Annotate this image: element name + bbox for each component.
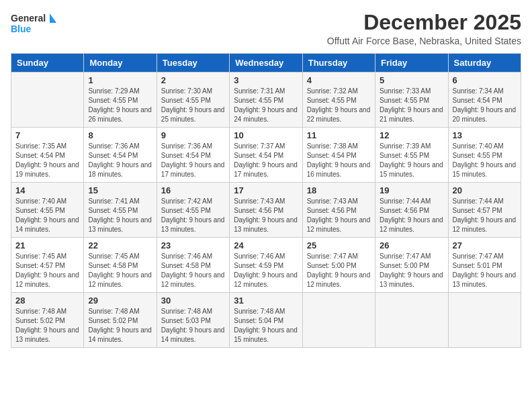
calendar-day-header: Sunday	[11, 54, 84, 73]
cell-info: Sunrise: 7:48 AMSunset: 5:03 PMDaylight:…	[161, 307, 225, 345]
cell-day-number: 30	[161, 295, 225, 306]
calendar-day-header: Thursday	[302, 54, 375, 73]
svg-text:Blue: Blue	[11, 24, 32, 34]
cell-info: Sunrise: 7:32 AMSunset: 4:55 PMDaylight:…	[307, 87, 371, 124]
calendar-week-row: 7 Sunrise: 7:35 AMSunset: 4:54 PMDayligh…	[11, 128, 521, 183]
calendar-cell	[448, 293, 521, 348]
calendar-cell: 5 Sunrise: 7:33 AMSunset: 4:55 PMDayligh…	[375, 73, 448, 128]
calendar-cell: 6 Sunrise: 7:34 AMSunset: 4:54 PMDayligh…	[448, 73, 521, 128]
cell-info: Sunrise: 7:47 AMSunset: 5:01 PMDaylight:…	[453, 252, 517, 289]
month-title: December 2025	[327, 11, 521, 34]
cell-info: Sunrise: 7:45 AMSunset: 4:57 PMDaylight:…	[15, 252, 79, 289]
title-block: December 2025 Offutt Air Force Base, Neb…	[327, 11, 521, 46]
cell-info: Sunrise: 7:38 AMSunset: 4:54 PMDaylight:…	[307, 142, 371, 179]
calendar-cell: 8 Sunrise: 7:36 AMSunset: 4:54 PMDayligh…	[84, 128, 157, 183]
calendar-day-header: Saturday	[448, 54, 521, 73]
page-header: General Blue December 2025 Offutt Air Fo…	[11, 11, 521, 46]
cell-info: Sunrise: 7:40 AMSunset: 4:55 PMDaylight:…	[15, 197, 79, 234]
cell-info: Sunrise: 7:43 AMSunset: 4:56 PMDaylight:…	[307, 197, 371, 234]
cell-day-number: 13	[453, 130, 517, 140]
cell-info: Sunrise: 7:30 AMSunset: 4:55 PMDaylight:…	[161, 87, 225, 124]
cell-info: Sunrise: 7:31 AMSunset: 4:55 PMDaylight:…	[234, 87, 298, 124]
calendar-cell	[375, 293, 448, 348]
cell-day-number: 14	[15, 185, 79, 195]
calendar-cell: 24 Sunrise: 7:46 AMSunset: 4:59 PMDaylig…	[230, 238, 302, 293]
cell-day-number: 26	[380, 240, 443, 250]
calendar-cell: 18 Sunrise: 7:43 AMSunset: 4:56 PMDaylig…	[302, 183, 375, 238]
calendar-week-row: 21 Sunrise: 7:45 AMSunset: 4:57 PMDaylig…	[11, 238, 521, 293]
cell-info: Sunrise: 7:48 AMSunset: 5:02 PMDaylight:…	[15, 307, 79, 345]
cell-day-number: 23	[161, 240, 225, 250]
cell-info: Sunrise: 7:47 AMSunset: 5:00 PMDaylight:…	[307, 252, 371, 289]
cell-info: Sunrise: 7:48 AMSunset: 5:04 PMDaylight:…	[234, 307, 298, 345]
cell-info: Sunrise: 7:42 AMSunset: 4:55 PMDaylight:…	[161, 197, 225, 234]
calendar-cell: 2 Sunrise: 7:30 AMSunset: 4:55 PMDayligh…	[157, 73, 229, 128]
cell-day-number: 11	[307, 130, 371, 140]
cell-info: Sunrise: 7:46 AMSunset: 4:59 PMDaylight:…	[234, 252, 298, 289]
svg-marker-2	[50, 13, 56, 23]
cell-info: Sunrise: 7:44 AMSunset: 4:56 PMDaylight:…	[380, 197, 443, 234]
calendar-cell: 25 Sunrise: 7:47 AMSunset: 5:00 PMDaylig…	[302, 238, 375, 293]
cell-info: Sunrise: 7:40 AMSunset: 4:55 PMDaylight:…	[453, 142, 517, 179]
cell-info: Sunrise: 7:39 AMSunset: 4:55 PMDaylight:…	[380, 142, 443, 179]
cell-day-number: 19	[380, 185, 443, 195]
calendar-cell: 15 Sunrise: 7:41 AMSunset: 4:55 PMDaylig…	[84, 183, 157, 238]
cell-day-number: 9	[161, 130, 225, 140]
cell-day-number: 22	[88, 240, 152, 250]
svg-text:General: General	[11, 13, 46, 24]
cell-info: Sunrise: 7:44 AMSunset: 4:57 PMDaylight:…	[453, 197, 517, 234]
cell-day-number: 21	[15, 240, 79, 250]
cell-info: Sunrise: 7:35 AMSunset: 4:54 PMDaylight:…	[15, 142, 79, 179]
cell-day-number: 29	[88, 295, 152, 306]
subtitle: Offutt Air Force Base, Nebraska, United …	[327, 36, 521, 46]
cell-day-number: 16	[161, 185, 225, 195]
calendar-cell: 28 Sunrise: 7:48 AMSunset: 5:02 PMDaylig…	[11, 293, 84, 348]
calendar-cell: 31 Sunrise: 7:48 AMSunset: 5:04 PMDaylig…	[230, 293, 302, 348]
cell-day-number: 17	[234, 185, 298, 195]
cell-day-number: 28	[15, 295, 79, 306]
cell-day-number: 5	[380, 75, 443, 85]
cell-info: Sunrise: 7:46 AMSunset: 4:58 PMDaylight:…	[161, 252, 225, 289]
cell-day-number: 31	[234, 295, 298, 306]
calendar-cell: 11 Sunrise: 7:38 AMSunset: 4:54 PMDaylig…	[302, 128, 375, 183]
calendar-table: SundayMondayTuesdayWednesdayThursdayFrid…	[11, 53, 521, 348]
calendar-cell	[11, 73, 84, 128]
calendar-day-header: Monday	[84, 54, 157, 73]
cell-day-number: 10	[234, 130, 298, 140]
cell-day-number: 4	[307, 75, 371, 85]
cell-info: Sunrise: 7:36 AMSunset: 4:54 PMDaylight:…	[88, 142, 152, 179]
calendar-cell	[302, 293, 375, 348]
cell-info: Sunrise: 7:41 AMSunset: 4:55 PMDaylight:…	[88, 197, 152, 234]
calendar-cell: 16 Sunrise: 7:42 AMSunset: 4:55 PMDaylig…	[157, 183, 229, 238]
cell-info: Sunrise: 7:43 AMSunset: 4:56 PMDaylight:…	[234, 197, 298, 234]
cell-day-number: 20	[453, 185, 517, 195]
cell-info: Sunrise: 7:36 AMSunset: 4:54 PMDaylight:…	[161, 142, 225, 179]
cell-day-number: 24	[234, 240, 298, 250]
calendar-cell: 26 Sunrise: 7:47 AMSunset: 5:00 PMDaylig…	[375, 238, 448, 293]
cell-day-number: 6	[453, 75, 517, 85]
cell-info: Sunrise: 7:45 AMSunset: 4:58 PMDaylight:…	[88, 252, 152, 289]
cell-info: Sunrise: 7:34 AMSunset: 4:54 PMDaylight:…	[453, 87, 517, 124]
calendar-cell: 7 Sunrise: 7:35 AMSunset: 4:54 PMDayligh…	[11, 128, 84, 183]
cell-day-number: 18	[307, 185, 371, 195]
cell-day-number: 12	[380, 130, 443, 140]
cell-day-number: 25	[307, 240, 371, 250]
calendar-cell: 30 Sunrise: 7:48 AMSunset: 5:03 PMDaylig…	[157, 293, 229, 348]
calendar-cell: 1 Sunrise: 7:29 AMSunset: 4:55 PMDayligh…	[84, 73, 157, 128]
cell-info: Sunrise: 7:47 AMSunset: 5:00 PMDaylight:…	[380, 252, 443, 289]
calendar-cell: 19 Sunrise: 7:44 AMSunset: 4:56 PMDaylig…	[375, 183, 448, 238]
calendar-day-header: Friday	[375, 54, 448, 73]
cell-info: Sunrise: 7:37 AMSunset: 4:54 PMDaylight:…	[234, 142, 298, 179]
cell-day-number: 2	[161, 75, 225, 85]
calendar-day-header: Wednesday	[230, 54, 302, 73]
calendar-cell: 13 Sunrise: 7:40 AMSunset: 4:55 PMDaylig…	[448, 128, 521, 183]
cell-day-number: 15	[88, 185, 152, 195]
calendar-cell: 17 Sunrise: 7:43 AMSunset: 4:56 PMDaylig…	[230, 183, 302, 238]
calendar-week-row: 28 Sunrise: 7:48 AMSunset: 5:02 PMDaylig…	[11, 293, 521, 348]
cell-info: Sunrise: 7:48 AMSunset: 5:02 PMDaylight:…	[88, 307, 152, 345]
cell-day-number: 1	[88, 75, 152, 85]
cell-day-number: 8	[88, 130, 152, 140]
calendar-week-row: 1 Sunrise: 7:29 AMSunset: 4:55 PMDayligh…	[11, 73, 521, 128]
calendar-header-row: SundayMondayTuesdayWednesdayThursdayFrid…	[11, 54, 521, 73]
cell-day-number: 7	[15, 130, 79, 140]
